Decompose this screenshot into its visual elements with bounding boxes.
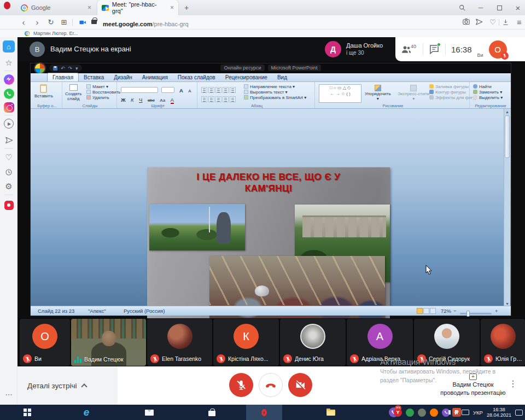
participant-tile[interactable]: Сергій Сидорук — [414, 319, 480, 366]
mail-icon[interactable] — [142, 405, 157, 420]
paste-button[interactable]: Вставить — [34, 84, 53, 98]
flow-send-icon[interactable] — [3, 134, 15, 146]
leave-call-button[interactable] — [259, 373, 283, 397]
camera-toggle-button[interactable] — [288, 373, 312, 397]
shrink-font-button[interactable]: А — [188, 89, 191, 94]
arrange-button[interactable]: Упорядочить ▾ — [365, 85, 391, 101]
minimize-button[interactable]: ─ — [477, 4, 485, 11]
italic-button[interactable]: К — [131, 97, 134, 103]
layout-button[interactable]: Макет ▾ — [86, 84, 120, 90]
edge-icon[interactable]: e — [79, 405, 94, 420]
participant-tile[interactable]: Юлія Гріщенко — [481, 319, 525, 366]
meeting-details-button[interactable]: Деталі зустрічі — [18, 366, 118, 405]
bookmark-heart-icon[interactable]: ♡ — [488, 18, 498, 27]
opera-icon[interactable] — [256, 405, 272, 420]
camera-in-use-icon[interactable] — [78, 19, 88, 26]
opera-menu-icon[interactable] — [4, 2, 10, 9]
view-buttons[interactable] — [417, 307, 436, 314]
restore-button[interactable] — [495, 4, 503, 11]
speed-dial-icon[interactable]: ⊞ — [59, 18, 69, 27]
tab-dizayn[interactable]: Дизайн — [109, 73, 137, 81]
instagram-icon[interactable] — [3, 101, 15, 113]
action-center-icon[interactable] — [515, 410, 523, 416]
file-explorer-icon[interactable] — [323, 405, 339, 420]
more-options-icon[interactable]: ⋮ — [509, 378, 517, 389]
history-clock-icon[interactable] — [3, 166, 15, 178]
tab-vstavka[interactable]: Вставка — [79, 73, 109, 81]
address-url[interactable]: meet.google.com/pre-hbac-grq — [103, 19, 189, 28]
participant-tile-you[interactable]: O Ви — [20, 319, 70, 366]
list-buttons[interactable] — [201, 85, 237, 95]
zoom-slider[interactable] — [460, 313, 492, 314]
volume-icon[interactable] — [454, 410, 458, 415]
bookmark-item[interactable]: Мартин Лютер. Ег... — [33, 31, 78, 36]
align-buttons[interactable] — [201, 94, 237, 104]
participants-button[interactable]: 40 — [401, 44, 417, 55]
zoom-out-button[interactable]: − — [453, 308, 457, 314]
find-button[interactable]: Найти — [473, 84, 503, 90]
reset-button[interactable]: Восстановить — [86, 90, 120, 95]
whatsapp-icon[interactable] — [3, 88, 15, 100]
bookmarks-star-icon[interactable]: ☆ — [3, 57, 15, 69]
ppt-vertical-scrollbar[interactable]: ▲ ▼ — [504, 109, 510, 307]
forward-button[interactable]: › — [32, 18, 42, 27]
bold-button[interactable]: Ж — [121, 97, 126, 103]
tab-vid[interactable]: Вид — [272, 73, 292, 81]
tray-icon-green[interactable] — [406, 409, 414, 417]
browser-tab-google[interactable]: G Google × — [16, 0, 96, 15]
font-controls-row1[interactable]: А А — [121, 85, 194, 95]
mic-toggle-button[interactable] — [229, 373, 253, 397]
change-case-button[interactable]: Аа — [160, 98, 165, 103]
snapshot-icon[interactable] — [462, 18, 470, 26]
start-button[interactable] — [20, 405, 35, 420]
shape-effects-button[interactable]: Эффекты для фигур — [429, 95, 477, 101]
nvidia-tray-icon[interactable] — [418, 409, 426, 417]
participant-tile-video[interactable]: Вадим Стецюк — [71, 319, 146, 366]
lock-icon[interactable] — [91, 20, 97, 24]
reload-button[interactable]: ↻ — [46, 18, 56, 27]
participant-peek[interactable]: Даша Огойко і ще 30 — [346, 42, 383, 57]
smartart-button[interactable]: Преобразовать в SmartArt ▾ — [244, 95, 306, 101]
align-text-button[interactable]: Выровнять текст ▾ — [244, 90, 306, 95]
player-icon[interactable]: ▶ — [3, 118, 15, 130]
avast-tray-icon[interactable] — [430, 409, 438, 417]
select-button[interactable]: Выделить ▾ — [473, 95, 503, 101]
store-icon[interactable] — [204, 405, 219, 420]
downloads-icon[interactable] — [502, 19, 509, 26]
participant-peek-avatar[interactable]: Д — [325, 41, 341, 57]
likes-heart-icon[interactable]: ♡ — [3, 151, 15, 164]
sidebar-more-icon[interactable]: ⋯ — [3, 388, 15, 400]
participant-tile[interactable]: А Адріана Верка... — [347, 319, 413, 366]
easy-setup-icon[interactable]: ≡ — [514, 18, 524, 27]
grow-font-button[interactable]: А — [179, 88, 183, 94]
zoom-level[interactable]: 72% — [441, 308, 451, 314]
speed-dial-home-icon[interactable]: ⌂ — [3, 40, 15, 52]
ppt-slide-canvas[interactable]: І ЦЕ ДАЛЕКО НЕ ВСЕ, ЩО Є У КАМ'ЯНЦІ ▲ ▼ — [31, 109, 511, 307]
account-avatar[interactable]: O — [489, 40, 507, 59]
tab-close-icon[interactable]: × — [170, 4, 174, 11]
back-button[interactable]: ‹ — [19, 18, 28, 27]
tab-pokaz-slaydov[interactable]: Показ слайдов — [173, 73, 220, 81]
close-button[interactable]: × — [514, 4, 522, 11]
send-to-device-icon[interactable] — [475, 18, 483, 26]
chat-icon[interactable] — [429, 44, 440, 55]
pinboard-icon[interactable] — [3, 199, 15, 211]
underline-button[interactable]: Ч — [139, 97, 142, 103]
font-name-select[interactable] — [121, 87, 158, 93]
scroll-up-icon[interactable]: ▲ — [504, 109, 510, 115]
text-direction-button[interactable]: Направление текста ▾ — [244, 84, 306, 90]
zoom-slider-thumb[interactable] — [466, 311, 470, 317]
tab-retsenzirovanie[interactable]: Рецензирование — [220, 73, 272, 81]
browser-tab-meet[interactable]: Meet: "pre-hbac-grq" × — [97, 0, 178, 15]
new-slide-button[interactable]: Создать слайд — [65, 84, 81, 101]
yandex-tray-icon[interactable]: Y — [394, 409, 402, 417]
font-controls-row2[interactable]: Ж К Ч abc Аа А — [121, 94, 177, 104]
shapes-gallery[interactable]: □ ○ ▭ △ ◇ ← → ☆ ( ) — [319, 84, 361, 103]
replace-button[interactable]: Заменить ▾ — [473, 90, 503, 95]
settings-gear-icon[interactable]: ⚙ — [3, 180, 15, 192]
browser-search-icon[interactable] — [458, 4, 466, 11]
scrollbar-thumb[interactable] — [505, 115, 510, 158]
delete-button[interactable]: Удалить — [86, 95, 120, 101]
participant-tile[interactable]: Elen Tarasenko — [147, 319, 212, 366]
participant-tile[interactable]: Денис Юга — [280, 319, 346, 366]
